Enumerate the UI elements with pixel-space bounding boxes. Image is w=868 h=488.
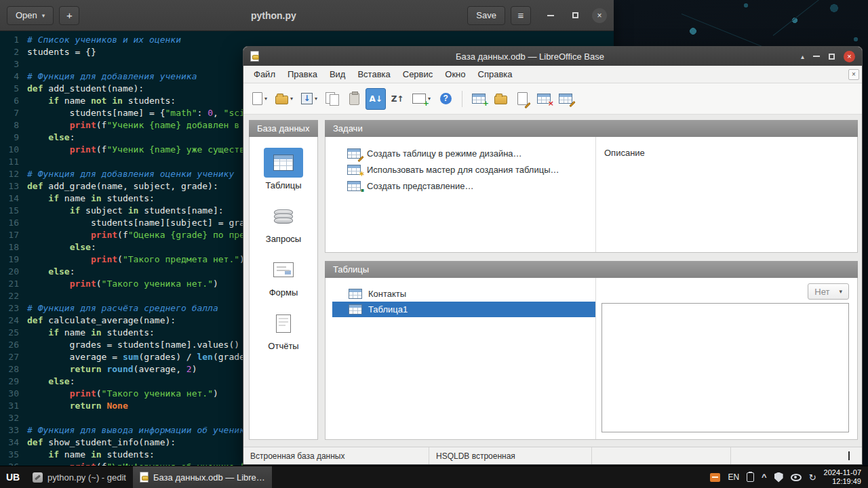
libreoffice-base-window: База данных.odb — LibreOffice Base ▴ × Ф… xyxy=(243,46,863,465)
code-text: grades = students[name].values() xyxy=(27,339,239,351)
line-number: 1 xyxy=(4,34,19,46)
edit-button[interactable] xyxy=(512,88,532,110)
caret-up-icon[interactable]: ^ xyxy=(762,474,767,480)
statusbar-database-engine: HSQLDB встроенная xyxy=(429,447,591,464)
preview-area xyxy=(601,303,849,432)
line-number: 20 xyxy=(4,266,19,278)
table-row[interactable]: Таблица1 xyxy=(332,302,595,317)
menu-item[interactable]: Окно xyxy=(439,67,471,81)
menu-button[interactable]: ≡ xyxy=(511,6,531,25)
open-document-button[interactable]: ▾ xyxy=(272,88,296,110)
gedit-window-title: python.py xyxy=(85,10,462,21)
clock[interactable]: 2024-11-07 12:19:49 xyxy=(824,468,861,486)
menu-item[interactable]: Вставка xyxy=(351,67,396,81)
line-number: 13 xyxy=(4,180,19,192)
code-text: else: xyxy=(27,375,75,388)
maximize-button[interactable] xyxy=(568,8,583,23)
table-view-icon: ▪ xyxy=(347,181,361,191)
line-number: 23 xyxy=(4,302,19,314)
menu-item[interactable]: Вид xyxy=(323,67,352,81)
open-button-label: Open xyxy=(16,10,37,20)
new-database-button[interactable]: ▾ xyxy=(249,88,271,110)
sync-icon[interactable]: ↻ xyxy=(809,472,816,483)
sidebar-item-reports[interactable]: Отчёты xyxy=(264,308,303,351)
menu-item[interactable]: Файл xyxy=(248,67,281,81)
close-button[interactable]: × xyxy=(844,51,855,62)
toolbar-separator xyxy=(462,91,462,107)
code-text: # Функция для добавления оценки ученику xyxy=(27,168,234,180)
table-design-button[interactable] xyxy=(555,88,576,110)
minimize-button[interactable] xyxy=(813,56,820,57)
table-row[interactable]: Контакты xyxy=(332,286,595,302)
sidebar-item-forms[interactable]: Формы xyxy=(264,255,303,298)
line-number: 25 xyxy=(4,327,19,339)
paste-icon xyxy=(349,93,359,105)
minimize-icon xyxy=(547,15,554,16)
code-text: return None xyxy=(27,400,128,412)
sort-ascending-button[interactable]: A↓ xyxy=(366,88,386,110)
taskbar-item-label: python.py (~) - gedit xyxy=(47,472,126,483)
open-button[interactable]: Open ▾ xyxy=(7,6,54,25)
updates-icon[interactable] xyxy=(710,473,720,482)
taskbar-item-label: База данных.odb — Libre… xyxy=(153,472,265,483)
close-document-button[interactable]: × xyxy=(848,69,859,80)
statusbar-database-type: Встроенная база данных xyxy=(243,447,429,464)
base-titlebar[interactable]: База данных.odb — LibreOffice Base ▴ × xyxy=(243,47,862,66)
language-indicator[interactable]: EN xyxy=(728,472,739,482)
task-item[interactable]: Создать таблицу в режиме дизайна… xyxy=(347,148,595,159)
paste-button[interactable] xyxy=(344,88,364,110)
code-text: if name not in students: xyxy=(27,95,176,107)
eye-icon[interactable] xyxy=(791,474,802,481)
task-item[interactable]: *Использовать мастер для создания таблиц… xyxy=(347,164,595,176)
code-text: average = sum(grades) / len(grade xyxy=(27,351,245,363)
new-tab-button[interactable]: + xyxy=(59,6,79,25)
chevron-down-icon: ▾ xyxy=(290,96,293,102)
taskbar-item[interactable]: База данных.odb — Libre… xyxy=(133,466,272,488)
minimize-button[interactable] xyxy=(543,8,558,23)
line-number: 18 xyxy=(4,241,19,253)
taskbar-item[interactable]: python.py (~) - gedit xyxy=(26,466,133,488)
save-button[interactable]: Save xyxy=(467,6,505,25)
restore-icon xyxy=(829,54,835,60)
code-text: students[name] = {"math": 0, "sci xyxy=(27,107,245,119)
line-number: 35 xyxy=(4,449,19,461)
doc-icon xyxy=(252,92,262,105)
copy-button[interactable] xyxy=(322,88,342,110)
gedit-headerbar[interactable]: Open ▾ + python.py Save ≡ × xyxy=(0,0,614,31)
help-button[interactable]: ? xyxy=(435,88,456,110)
sidebar-item-tables[interactable]: Таблицы xyxy=(264,148,303,190)
preview-dropdown[interactable]: Нет ▾ xyxy=(808,283,849,300)
task-item[interactable]: ▪Создать представление… xyxy=(347,180,595,192)
description-label: Описание xyxy=(604,148,645,158)
clipboard-icon[interactable] xyxy=(747,472,754,482)
hamburger-icon: ≡ xyxy=(518,9,524,21)
database-sidebar: База данных ТаблицыЗапросыФормыОтчёты xyxy=(249,120,318,440)
delete-button[interactable]: × xyxy=(534,88,554,110)
database-stack-icon xyxy=(274,209,293,224)
new-table-button[interactable]: + xyxy=(469,88,489,110)
app-launcher-button[interactable]: UB xyxy=(0,466,26,488)
open-database-object-button[interactable] xyxy=(490,88,511,110)
menu-item[interactable]: Правка xyxy=(281,67,323,81)
sort-descending-button[interactable]: Z↑ xyxy=(387,88,408,110)
resize-handle[interactable] xyxy=(848,451,850,460)
restore-button[interactable] xyxy=(829,54,835,60)
line-number: 30 xyxy=(4,388,19,400)
menu-item[interactable]: Сервис xyxy=(397,67,439,81)
line-number: 7 xyxy=(4,107,19,119)
taskbar: UB python.py (~) - geditБаза данных.odb … xyxy=(0,466,868,488)
shield-icon[interactable] xyxy=(774,472,783,483)
pin-icon[interactable]: ▴ xyxy=(801,53,804,60)
code-text: print("Такого ученика нет.") xyxy=(27,278,218,290)
menu-item[interactable]: Справка xyxy=(472,67,519,81)
save-button[interactable]: ↓▾ xyxy=(298,88,321,110)
line-number: 34 xyxy=(4,436,19,449)
sidebar-item-queries[interactable]: Запросы xyxy=(264,201,303,244)
line-number: 28 xyxy=(4,363,19,375)
line-number: 3 xyxy=(4,58,19,70)
close-button[interactable]: × xyxy=(592,8,607,23)
form-button[interactable]: +▾ xyxy=(409,88,434,110)
code-text: students[name][subject] = gra xyxy=(27,217,245,229)
maximize-icon xyxy=(572,12,578,18)
preview-dropdown-label: Нет xyxy=(814,287,829,297)
